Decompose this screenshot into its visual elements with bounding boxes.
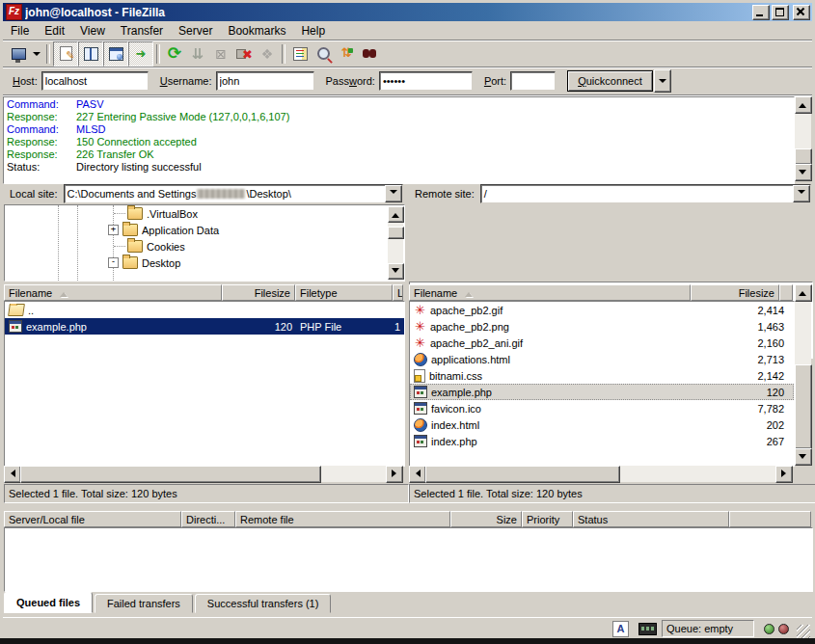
css-file-icon (414, 369, 425, 383)
site-manager-dropdown[interactable] (30, 42, 43, 66)
find-files-button[interactable] (358, 42, 381, 66)
file-row-selected[interactable]: example.php 120 PHP File 1 (5, 318, 404, 335)
quickconnect-dropdown[interactable] (654, 69, 671, 93)
scrollbar-thumb[interactable] (20, 466, 321, 483)
cancel-icon (215, 46, 227, 62)
titlebar[interactable]: Fz john@localhost - FileZilla (3, 3, 812, 21)
expand-icon[interactable]: + (108, 225, 119, 235)
refresh-button[interactable] (163, 42, 186, 66)
folder-up-icon (8, 304, 25, 316)
toolbar-separator (46, 44, 50, 64)
directory-filters-button[interactable] (288, 42, 312, 66)
column-server-local-file[interactable]: Server/Local file (4, 511, 181, 527)
column-size[interactable]: Size (450, 511, 522, 527)
remote-list-hscrollbar[interactable] (409, 466, 793, 482)
file-row-parent[interactable]: .. (5, 302, 404, 318)
folder-icon (127, 240, 143, 253)
scrollbar-thumb[interactable] (388, 227, 404, 239)
synchronized-browsing-button[interactable] (335, 42, 358, 66)
remote-list-vscrollbar[interactable] (795, 284, 811, 465)
toggle-message-log-button[interactable] (53, 41, 78, 67)
local-list-hscrollbar[interactable] (4, 466, 403, 482)
column-status[interactable]: Status (573, 511, 729, 527)
scrollbar-thumb[interactable] (425, 466, 620, 483)
local-tree[interactable]: .VirtualBox + Application Data Cookies -… (4, 204, 405, 282)
password-input[interactable] (379, 71, 473, 91)
menu-file[interactable]: File (3, 22, 37, 40)
tree-item-application-data[interactable]: + Application Data (108, 222, 219, 238)
file-row[interactable]: applications.html 2,713 (410, 351, 794, 367)
tree-item-virtualbox[interactable]: .VirtualBox (114, 205, 198, 222)
local-site-combobox[interactable]: C:\Documents and Settings\Desktop\ (64, 184, 403, 203)
chevron-down-icon (798, 190, 805, 198)
queue-body[interactable] (4, 527, 813, 592)
file-row[interactable]: apache_pb2.gif 2,414 (410, 302, 794, 318)
column-direction[interactable]: Directi... (181, 511, 235, 527)
html-file-icon (414, 418, 427, 432)
column-filesize[interactable]: Filesize (691, 284, 779, 301)
scrollbar-thumb[interactable] (795, 364, 812, 449)
quickconnect-button[interactable]: Quickconnect (567, 70, 653, 92)
remote-site-combobox[interactable]: / (480, 184, 811, 203)
magnifier-icon (317, 47, 330, 60)
tree-item-desktop[interactable]: - Desktop (108, 255, 180, 271)
file-row[interactable]: index.php 267 (410, 433, 794, 449)
remote-list-status: Selected 1 file. Total size: 120 bytes (409, 484, 815, 503)
toggle-transfer-queue-button[interactable] (128, 41, 153, 67)
remote-file-list[interactable]: apache_pb2.gif 2,414 apache_pb2.png 1,46… (409, 301, 795, 467)
directory-comparison-button[interactable] (312, 42, 335, 66)
maximize-button[interactable] (772, 5, 789, 20)
binoculars-icon (363, 49, 376, 58)
minimize-button[interactable] (752, 5, 770, 20)
column-filesize[interactable]: Filesize (222, 284, 295, 301)
app-icon[interactable]: Fz (6, 4, 22, 20)
file-row[interactable]: favicon.ico 7,782 (410, 400, 794, 416)
column-filetype[interactable]: Filetype (295, 284, 393, 301)
menu-bookmarks[interactable]: Bookmarks (220, 22, 293, 40)
local-list-header: Filename Filesize Filetype L (4, 284, 403, 301)
message-log[interactable]: Command:PASV Response:227 Entering Passi… (3, 96, 795, 184)
php-file-icon (9, 320, 22, 333)
username-input[interactable] (216, 71, 314, 91)
site-manager-button[interactable] (7, 42, 30, 66)
collapse-icon[interactable]: - (108, 257, 119, 268)
column-last-modified[interactable]: L (393, 284, 403, 301)
menu-view[interactable]: View (72, 22, 113, 40)
menu-help[interactable]: Help (293, 22, 333, 40)
disconnect-button[interactable] (232, 42, 256, 66)
ico-file-icon (414, 402, 427, 415)
local-tree-scrollbar[interactable] (388, 206, 403, 278)
resize-grip[interactable] (797, 625, 810, 638)
site-manager-icon (12, 48, 26, 60)
folder-icon (122, 224, 138, 236)
toggle-remote-tree-button[interactable] (103, 41, 128, 67)
php-file-icon (414, 435, 427, 447)
remote-site-dropdown[interactable] (793, 185, 810, 202)
tree-item-cookies[interactable]: Cookies (114, 238, 185, 255)
log-scrollbar[interactable] (795, 96, 811, 180)
menu-edit[interactable]: Edit (37, 22, 72, 40)
host-input[interactable] (41, 71, 149, 91)
file-row[interactable]: index.html 202 (410, 416, 794, 433)
local-file-list[interactable]: .. example.php 120 PHP File 1 (4, 301, 405, 467)
file-row[interactable]: bitnami.css 2,142 (410, 367, 794, 384)
tab-failed-transfers[interactable]: Failed transfers (95, 594, 193, 613)
close-button[interactable] (793, 5, 810, 20)
column-filename[interactable]: Filename (409, 284, 691, 301)
file-row[interactable]: apache_pb2.png 1,463 (410, 318, 794, 335)
remote-site-header: Remote site: / (409, 184, 811, 203)
menu-server[interactable]: Server (171, 22, 220, 40)
file-row-selected[interactable]: example.php 120 (410, 384, 794, 400)
file-row[interactable]: apache_pb2_ani.gif 2,160 (410, 335, 794, 351)
column-priority[interactable]: Priority (522, 511, 573, 527)
scrollbar-thumb[interactable] (795, 148, 812, 165)
image-file-icon (414, 337, 426, 348)
port-input[interactable] (510, 71, 556, 91)
local-site-dropdown[interactable] (385, 185, 402, 202)
column-filename[interactable]: Filename (4, 284, 222, 301)
menu-transfer[interactable]: Transfer (113, 22, 171, 40)
column-remote-file[interactable]: Remote file (235, 511, 450, 527)
tab-successful-transfers[interactable]: Successful transfers (1) (195, 594, 332, 613)
toggle-local-tree-button[interactable] (78, 41, 103, 67)
tab-queued-files[interactable]: Queued files (4, 592, 93, 613)
